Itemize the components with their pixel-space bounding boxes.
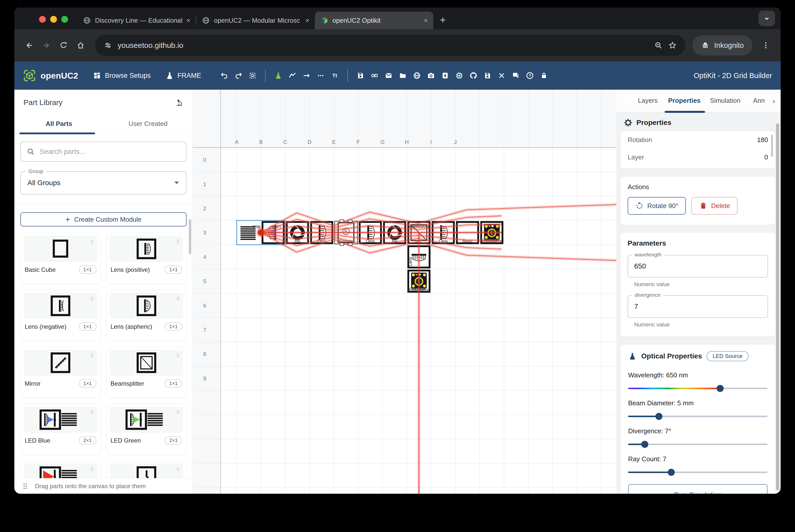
browser-tab-2[interactable]: openUC2 Optikit × xyxy=(315,12,433,29)
marquee-button[interactable] xyxy=(245,69,260,82)
drag-handle-icon[interactable] xyxy=(175,466,181,473)
tabs-overflow-chevron[interactable]: › xyxy=(773,97,775,105)
part-card-cube[interactable]: Basic Cube 1×1 xyxy=(20,233,101,284)
part-thumbnail[interactable] xyxy=(110,406,184,433)
address-bar[interactable]: youseetoo.github.io xyxy=(95,35,685,56)
tab-annotations[interactable]: Ann xyxy=(753,97,765,104)
drag-handle-icon[interactable] xyxy=(175,352,181,359)
slider-track[interactable] xyxy=(628,472,768,473)
close-tab-icon[interactable]: × xyxy=(424,17,428,24)
lock-button[interactable] xyxy=(537,69,551,82)
nav-browse-setups[interactable]: Browse Setups xyxy=(93,71,151,80)
part-thumbnail[interactable] xyxy=(24,349,97,376)
wavelength-field[interactable]: wavelength xyxy=(628,255,768,278)
slider-thumb[interactable] xyxy=(717,385,724,392)
tab-layers[interactable]: Layers xyxy=(638,97,658,104)
drag-handle-icon[interactable] xyxy=(90,466,95,473)
search-input[interactable] xyxy=(40,148,181,156)
part-card-lens_pos[interactable]: Lens (positive) 1×1 xyxy=(106,233,187,284)
slider-thumb[interactable] xyxy=(641,441,648,448)
create-custom-module-button[interactable]: + Create Custom Module xyxy=(20,212,186,226)
run-simulation-button[interactable]: Run Simulation xyxy=(628,484,768,494)
part-thumbnail[interactable] xyxy=(110,236,184,262)
slider-track[interactable] xyxy=(628,443,768,445)
forward-button[interactable] xyxy=(39,38,54,53)
drag-handle-icon[interactable] xyxy=(175,238,181,245)
drag-handle-icon[interactable] xyxy=(90,295,95,302)
beam-source-dot[interactable] xyxy=(258,229,264,236)
back-button[interactable] xyxy=(22,38,37,53)
site-info-icon[interactable] xyxy=(104,41,112,50)
url-text[interactable]: youseetoo.github.io xyxy=(118,41,649,50)
search-parts-box[interactable] xyxy=(20,141,186,162)
chat-button[interactable] xyxy=(509,69,523,82)
delete-button[interactable]: Delete xyxy=(691,197,738,215)
save-button[interactable] xyxy=(353,69,368,82)
close-button[interactable] xyxy=(495,69,509,82)
part-thumbnail[interactable] xyxy=(110,349,184,376)
close-tab-icon[interactable]: × xyxy=(186,17,190,24)
slider-thumb[interactable] xyxy=(668,469,675,476)
tab-properties[interactable]: Properties xyxy=(668,97,701,104)
window-controls[interactable] xyxy=(39,16,68,23)
tab-user-created[interactable]: User Created xyxy=(104,115,193,134)
part-thumbnail[interactable] xyxy=(24,406,97,433)
arrow-button[interactable] xyxy=(299,69,314,82)
save-button[interactable] xyxy=(480,69,495,82)
part-card-led_green[interactable]: LED Green 2×1 xyxy=(106,404,187,455)
zoom-out-icon[interactable] xyxy=(654,41,663,50)
tab-all-parts[interactable]: All Parts xyxy=(14,115,104,134)
drag-handle-icon[interactable] xyxy=(90,352,95,359)
slider-track[interactable] xyxy=(628,388,768,389)
optical-layout-canvas[interactable]: ABCDEFGHIJ0123456789LED BlueLensIrisLens… xyxy=(193,90,616,494)
github-button[interactable] xyxy=(466,69,480,82)
polyline-button[interactable] xyxy=(285,69,299,82)
drag-handle-icon[interactable] xyxy=(175,295,181,302)
dots-button[interactable] xyxy=(314,69,328,82)
home-button[interactable] xyxy=(73,38,88,53)
part-card-beamsplitter[interactable]: Beamsplitter 1×1 xyxy=(106,347,187,398)
grid-canvas[interactable]: ABCDEFGHIJ0123456789LED BlueLensIrisLens… xyxy=(193,90,616,494)
drag-handle-icon[interactable] xyxy=(90,238,95,245)
help-button[interactable]: ? xyxy=(523,69,537,82)
browser-menu-button[interactable] xyxy=(758,38,773,53)
redo-button[interactable] xyxy=(232,69,245,82)
browser-tab-0[interactable]: Discovery Line — Educational × xyxy=(77,12,196,29)
divergence-field[interactable]: divergence xyxy=(628,295,768,318)
microscope-icon[interactable] xyxy=(175,98,184,107)
part-thumbnail[interactable] xyxy=(24,236,97,262)
chip-button[interactable] xyxy=(452,69,466,82)
panel-scrollbar[interactable] xyxy=(776,124,779,490)
rotate-90-button[interactable]: Rotate 90° xyxy=(628,197,686,215)
undo-button[interactable] xyxy=(217,69,232,82)
part-card-lens_neg[interactable]: Lens (negative) 1×1 xyxy=(20,290,101,341)
tab-simulation[interactable]: Simulation xyxy=(710,97,740,104)
wavelength-input[interactable] xyxy=(634,262,761,270)
flask-button[interactable] xyxy=(271,69,285,82)
nav-frame[interactable]: FRAME xyxy=(165,71,201,80)
bookmark-icon[interactable] xyxy=(668,41,677,50)
close-tab-icon[interactable]: × xyxy=(306,17,309,24)
link-button[interactable] xyxy=(368,69,382,82)
new-tab-button[interactable]: + xyxy=(440,14,446,26)
reload-button[interactable] xyxy=(56,38,71,53)
divergence-input[interactable] xyxy=(634,303,761,310)
part-thumbnail[interactable] xyxy=(110,293,184,319)
globe-button[interactable] xyxy=(410,69,424,82)
drag-handle-icon[interactable] xyxy=(175,409,181,416)
close-window-button[interactable] xyxy=(39,16,46,23)
properties-card-scrollbar[interactable] xyxy=(771,135,773,157)
part-card-lens_asph[interactable]: Lens (aspheric) 1×1 xyxy=(106,290,187,341)
part-card-led_blue[interactable]: LED Blue 2×1 xyxy=(20,404,101,455)
slider-track[interactable] xyxy=(628,416,768,417)
zoom-window-button[interactable] xyxy=(61,16,68,23)
sidebar-scrollbar[interactable] xyxy=(189,219,191,254)
drag-handle-icon[interactable] xyxy=(90,409,95,416)
minimize-window-button[interactable] xyxy=(50,16,57,23)
app-brand[interactable]: openUC2 xyxy=(23,69,78,82)
download-button[interactable] xyxy=(438,69,452,82)
group-select[interactable]: Group All Groups xyxy=(20,171,186,194)
camera-button[interactable] xyxy=(424,69,438,82)
part-card-mirror[interactable]: Mirror 1×1 xyxy=(20,347,101,398)
slider-thumb[interactable] xyxy=(655,413,662,420)
